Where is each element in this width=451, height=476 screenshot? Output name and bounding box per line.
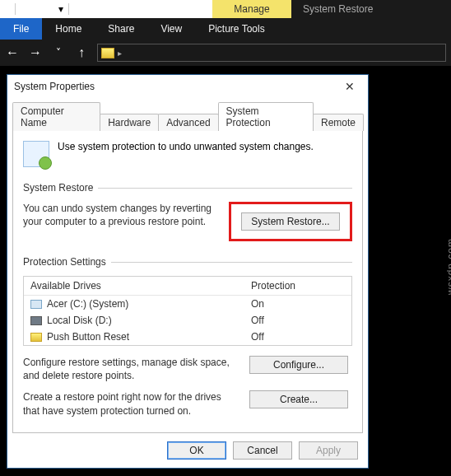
apply-button[interactable]: Apply xyxy=(299,441,358,460)
qat-dropdown-icon[interactable]: ▾ xyxy=(58,3,63,15)
ok-button[interactable]: OK xyxy=(167,441,226,460)
explorer-header: ▾ Manage System Restore File Home Share … xyxy=(0,0,451,66)
cancel-button[interactable]: Cancel xyxy=(233,441,292,460)
tab-system-protection[interactable]: System Protection xyxy=(218,102,314,131)
system-protection-icon xyxy=(23,141,49,167)
quick-access-toolbar: ▾ xyxy=(0,0,212,18)
tab-picture-tools[interactable]: Picture Tools xyxy=(195,18,277,40)
table-row[interactable]: Acer (C:) (System) On xyxy=(24,296,351,312)
tab-remote[interactable]: Remote xyxy=(313,114,364,131)
up-button[interactable]: ↑ xyxy=(74,45,89,60)
nav-toolbar: ← → ˅ ↑ ▸ xyxy=(0,40,451,66)
dialog-tabs: Computer Name Hardware Advanced System P… xyxy=(7,101,368,130)
ribbon-tabs: File Home Share View Picture Tools xyxy=(0,18,451,40)
group-protection-settings: Protection Settings xyxy=(23,256,352,268)
create-description: Create a restore point right now for the… xyxy=(23,390,235,417)
tab-home[interactable]: Home xyxy=(42,18,95,40)
watermark: wsxdn.com xyxy=(445,238,451,295)
close-button[interactable]: ✕ xyxy=(338,80,361,93)
configure-button[interactable]: Configure... xyxy=(249,356,348,374)
chevron-right-icon[interactable]: ▸ xyxy=(118,49,122,58)
highlight-box: System Restore... xyxy=(229,202,352,241)
qat-properties-icon[interactable] xyxy=(22,4,35,15)
drive-state: Off xyxy=(244,329,351,345)
drive-icon xyxy=(30,316,42,325)
tab-panel: Use system protection to undo unwanted s… xyxy=(12,130,363,433)
group-label: System Restore xyxy=(23,182,93,194)
window-title: System Restore xyxy=(291,0,451,18)
drives-table: Available Drives Protection Acer (C:) (S… xyxy=(23,276,352,346)
drive-name: Local Disk (D:) xyxy=(47,315,112,326)
system-properties-dialog: System Properties ✕ Computer Name Hardwa… xyxy=(7,74,369,469)
dialog-actions: OK Cancel Apply xyxy=(7,433,368,468)
address-bar[interactable]: ▸ xyxy=(97,44,446,62)
configure-description: Configure restore settings, manage disk … xyxy=(23,356,235,382)
col-available-drives[interactable]: Available Drives xyxy=(24,277,244,295)
group-label: Protection Settings xyxy=(23,256,106,268)
system-restore-button[interactable]: System Restore... xyxy=(241,212,340,231)
dialog-title: System Properties xyxy=(14,81,95,92)
back-button[interactable]: ← xyxy=(5,45,20,60)
separator xyxy=(68,3,69,15)
col-protection[interactable]: Protection xyxy=(244,277,351,295)
tab-computer-name[interactable]: Computer Name xyxy=(12,102,100,131)
drive-name: Push Button Reset xyxy=(47,331,129,343)
intro-row: Use system protection to undo unwanted s… xyxy=(23,141,352,167)
folder-icon xyxy=(30,333,42,342)
tab-advanced[interactable]: Advanced xyxy=(158,114,218,131)
dialog-titlebar[interactable]: System Properties ✕ xyxy=(7,75,368,98)
tab-view[interactable]: View xyxy=(147,18,195,40)
ribbon-context-label: Manage xyxy=(212,0,291,18)
recent-dropdown-icon[interactable]: ˅ xyxy=(51,47,66,58)
tab-share[interactable]: Share xyxy=(95,18,147,40)
drive-state: Off xyxy=(244,312,351,329)
intro-text: Use system protection to undo unwanted s… xyxy=(58,141,314,152)
qat-newfolder-icon[interactable] xyxy=(42,4,55,15)
drive-icon xyxy=(30,300,42,309)
drive-state: On xyxy=(244,296,351,312)
separator xyxy=(15,3,16,15)
address-folder-icon xyxy=(101,48,114,58)
group-system-restore: System Restore xyxy=(23,182,352,194)
drive-name: Acer (C:) (System) xyxy=(47,298,128,310)
tab-hardware[interactable]: Hardware xyxy=(100,114,159,131)
restore-description: You can undo system changes by reverting… xyxy=(23,202,219,228)
table-header: Available Drives Protection xyxy=(24,277,351,296)
table-row[interactable]: Push Button Reset Off xyxy=(24,329,351,345)
table-row[interactable]: Local Disk (D:) Off xyxy=(24,312,351,329)
tab-file[interactable]: File xyxy=(0,18,42,40)
forward-button[interactable]: → xyxy=(28,45,43,60)
create-button[interactable]: Create... xyxy=(249,390,348,408)
